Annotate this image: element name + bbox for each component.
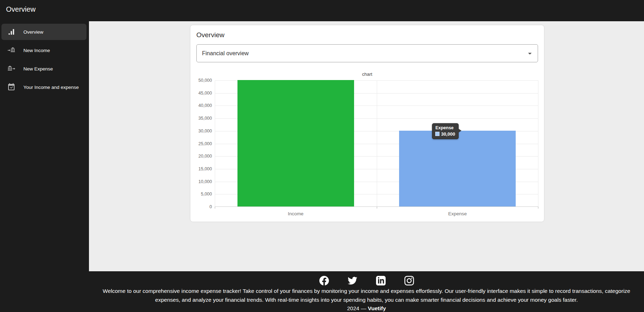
chart-title: chart — [196, 72, 538, 77]
x-category-label: Expense — [377, 211, 539, 216]
y-axis-labels: 05,00010,00015,00020,00025,00030,00035,0… — [190, 25, 212, 222]
tooltip-swatch — [435, 132, 439, 136]
x-axis-tick — [377, 207, 377, 209]
y-tick-label: 30,000 — [190, 128, 212, 134]
bank-transfer-in-icon — [7, 46, 16, 55]
tooltip-row: 30,000 — [435, 131, 455, 137]
footer-description: Welcome to our comprehensive income expe… — [93, 287, 640, 304]
bar-chart-icon — [7, 28, 16, 36]
y-tick-label: 15,000 — [190, 166, 212, 172]
tooltip-series-label: Expense — [435, 125, 455, 131]
main-content: Overview Financial overview chart 05,000… — [89, 21, 644, 271]
y-tick-label: 20,000 — [190, 153, 212, 159]
x-axis-tick — [538, 207, 538, 209]
plot-area: Expense 30,000 — [215, 80, 538, 207]
x-axis-labels: IncomeExpense — [215, 211, 538, 218]
y-tick-label: 35,000 — [190, 115, 212, 121]
sidebar: OverviewNew IncomeNew ExpenseYour Income… — [0, 21, 89, 271]
tooltip-pointer-icon — [458, 129, 461, 133]
topbar: Overview — [0, 0, 644, 21]
brand-name: Vuetify — [368, 305, 386, 311]
x-category-label: Income — [215, 211, 377, 216]
sidebar-item-label: Overview — [23, 29, 43, 35]
expense-bar[interactable] — [399, 131, 516, 206]
y-tick-label: 10,000 — [190, 179, 212, 185]
twitter-icon[interactable] — [348, 276, 357, 285]
tooltip-value: 30,000 — [441, 131, 455, 137]
y-tick-label: 5,000 — [190, 191, 212, 197]
footer-copyright: 2024 — Vuetify — [89, 304, 644, 312]
income-bar[interactable] — [237, 80, 354, 206]
overview-card: Overview Financial overview chart 05,000… — [190, 25, 544, 222]
facebook-icon[interactable] — [319, 276, 329, 285]
sidebar-item-label: Your Income and expense — [23, 85, 79, 90]
y-tick-label: 50,000 — [190, 78, 212, 83]
chevron-down-icon[interactable] — [526, 49, 534, 58]
vertical-gridline — [215, 80, 215, 206]
y-tick-label: 45,000 — [190, 90, 212, 96]
sidebar-item-your-income-and-expense[interactable]: Your Income and expense — [1, 79, 86, 95]
footer: Welcome to our comprehensive income expe… — [0, 271, 644, 312]
y-tick-label: 25,000 — [190, 141, 212, 147]
y-tick-label: 0 — [190, 204, 212, 210]
sidebar-item-new-expense[interactable]: New Expense — [1, 61, 86, 77]
sidebar-item-label: New Expense — [23, 66, 53, 72]
sidebar-item-new-income[interactable]: New Income — [1, 42, 86, 58]
page-title: Overview — [6, 5, 35, 13]
footer-inner: Welcome to our comprehensive income expe… — [89, 271, 644, 312]
social-icons — [89, 271, 644, 285]
chart-tooltip: Expense 30,000 — [432, 123, 459, 139]
bank-transfer-out-icon — [7, 64, 16, 73]
vertical-gridline — [538, 80, 538, 206]
vertical-gridline — [377, 80, 377, 206]
sidebar-item-label: New Income — [23, 48, 50, 53]
x-axis-tick — [215, 207, 215, 209]
instagram-icon[interactable] — [404, 276, 414, 285]
linkedin-icon[interactable] — [376, 276, 386, 285]
financial-overview-select[interactable]: Financial overview — [196, 44, 538, 62]
copyright-year: 2024 — — [347, 305, 368, 311]
y-tick-label: 40,000 — [190, 103, 212, 108]
sidebar-item-overview[interactable]: Overview — [1, 24, 86, 40]
calendar-check-icon — [7, 83, 16, 91]
